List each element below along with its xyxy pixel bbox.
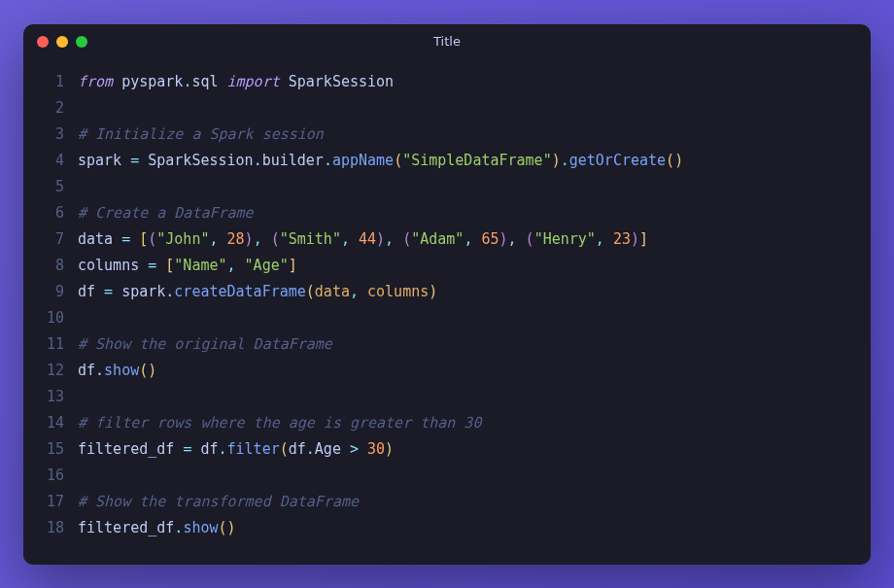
line-number: 18 bbox=[37, 515, 64, 541]
code-content bbox=[78, 463, 857, 489]
close-button[interactable] bbox=[37, 36, 49, 48]
code-line: 4spark = SparkSession.builder.appName("S… bbox=[37, 148, 857, 174]
line-number: 17 bbox=[37, 489, 64, 515]
code-line: 10 bbox=[37, 305, 857, 331]
code-line: 3# Initialize a Spark session bbox=[37, 121, 857, 148]
line-number: 5 bbox=[37, 174, 64, 200]
window-title: Title bbox=[433, 34, 461, 49]
code-line: 17# Show the transformed DataFrame bbox=[37, 489, 857, 515]
line-number: 14 bbox=[37, 410, 64, 436]
traffic-lights bbox=[37, 36, 87, 48]
code-content: # Show the transformed DataFrame bbox=[78, 489, 857, 515]
line-number: 4 bbox=[37, 148, 64, 174]
code-line: 12df.show() bbox=[37, 358, 857, 384]
line-number: 9 bbox=[37, 279, 64, 305]
line-number: 13 bbox=[37, 384, 64, 410]
code-line: 7data = [("John", 28), ("Smith", 44), ("… bbox=[37, 226, 857, 253]
line-number: 2 bbox=[37, 95, 64, 121]
code-window: Title 1from pyspark.sql import SparkSess… bbox=[23, 24, 871, 565]
titlebar: Title bbox=[23, 24, 871, 59]
code-content: spark = SparkSession.builder.appName("Si… bbox=[78, 148, 857, 174]
line-number: 3 bbox=[37, 121, 64, 148]
code-content bbox=[78, 305, 857, 331]
code-line: 13 bbox=[37, 384, 857, 410]
line-number: 7 bbox=[37, 226, 64, 253]
minimize-button[interactable] bbox=[56, 36, 68, 48]
code-line: 5 bbox=[37, 174, 857, 200]
code-content: # Show the original DataFrame bbox=[78, 331, 857, 358]
line-number: 12 bbox=[37, 358, 64, 384]
maximize-button[interactable] bbox=[76, 36, 87, 48]
code-editor[interactable]: 1from pyspark.sql import SparkSession23#… bbox=[23, 59, 871, 565]
code-content: filtered_df.show() bbox=[78, 515, 857, 541]
line-number: 11 bbox=[37, 331, 64, 358]
code-line: 11# Show the original DataFrame bbox=[37, 331, 857, 358]
code-line: 6# Create a DataFrame bbox=[37, 200, 857, 226]
code-line: 8columns = ["Name", "Age"] bbox=[37, 253, 857, 279]
line-number: 6 bbox=[37, 200, 64, 226]
code-line: 16 bbox=[37, 463, 857, 489]
line-number: 8 bbox=[37, 253, 64, 279]
code-content: # Initialize a Spark session bbox=[78, 121, 857, 148]
line-number: 10 bbox=[37, 305, 64, 331]
code-content bbox=[78, 174, 857, 200]
code-content: columns = ["Name", "Age"] bbox=[78, 253, 857, 279]
code-content: filtered_df = df.filter(df.Age > 30) bbox=[78, 436, 857, 463]
code-content: # Create a DataFrame bbox=[78, 200, 857, 226]
code-content: from pyspark.sql import SparkSession bbox=[78, 69, 857, 95]
line-number: 15 bbox=[37, 436, 64, 463]
line-number: 1 bbox=[37, 69, 64, 95]
code-content: # filter rows where the age is greater t… bbox=[78, 410, 857, 436]
code-content bbox=[78, 95, 857, 121]
code-line: 18filtered_df.show() bbox=[37, 515, 857, 541]
code-line: 9df = spark.createDataFrame(data, column… bbox=[37, 279, 857, 305]
code-content: df = spark.createDataFrame(data, columns… bbox=[78, 279, 857, 305]
line-number: 16 bbox=[37, 463, 64, 489]
code-content: df.show() bbox=[78, 358, 857, 384]
code-line: 2 bbox=[37, 95, 857, 121]
code-line: 14# filter rows where the age is greater… bbox=[37, 410, 857, 436]
code-line: 15filtered_df = df.filter(df.Age > 30) bbox=[37, 436, 857, 463]
code-line: 1from pyspark.sql import SparkSession bbox=[37, 69, 857, 95]
code-content: data = [("John", 28), ("Smith", 44), ("A… bbox=[78, 226, 857, 253]
code-content bbox=[78, 384, 857, 410]
